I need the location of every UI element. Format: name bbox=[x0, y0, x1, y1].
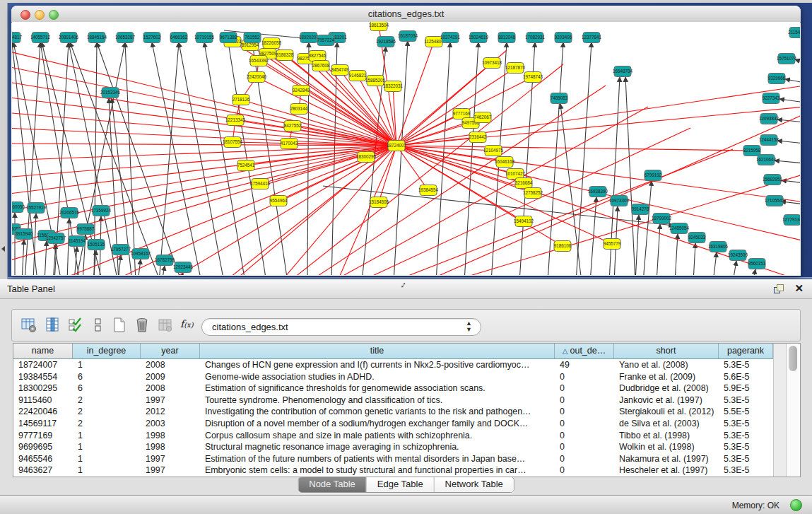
cell-in_degree[interactable]: 6 bbox=[73, 371, 141, 383]
graph-node[interactable]: 12923446 bbox=[173, 262, 194, 273]
graph-node[interactable]: 18920207 bbox=[299, 33, 319, 43]
graph-node[interactable]: 18300295 bbox=[356, 152, 377, 163]
graph-node[interactable]: 16046168 bbox=[495, 157, 515, 168]
cell-year[interactable]: 1997 bbox=[141, 465, 200, 477]
graph-node[interactable]: 9671388 bbox=[220, 33, 237, 43]
graph-node[interactable]: 10719155 bbox=[194, 33, 215, 43]
graph-node[interactable]: 16319806 bbox=[708, 242, 729, 252]
cell-short[interactable]: Hescheler et al. (1997) bbox=[614, 465, 719, 477]
graph-node[interactable]: 9914278 bbox=[632, 204, 649, 215]
column-header-title[interactable]: title bbox=[200, 344, 555, 358]
graph-node[interactable]: 12213343 bbox=[225, 115, 246, 126]
graph-node[interactable]: 15024619 bbox=[469, 33, 489, 43]
cell-name[interactable]: 19384554 bbox=[13, 371, 73, 383]
cell-in_degree[interactable]: 2 bbox=[73, 418, 141, 430]
graph-node[interactable]: 7462067 bbox=[474, 112, 492, 123]
select-columns-icon[interactable] bbox=[67, 317, 84, 334]
table-row[interactable]: 946362711997Embryonic stem cells: a mode… bbox=[13, 465, 773, 477]
cell-name[interactable]: 9777169 bbox=[13, 430, 73, 442]
tab-node-table[interactable]: Node Table bbox=[298, 477, 367, 492]
graph-node[interactable]: 16938390 bbox=[588, 187, 608, 197]
delete-table-icon[interactable] bbox=[134, 317, 151, 334]
graph-node[interactable]: 17082931 bbox=[525, 33, 546, 43]
cell-year[interactable]: 2008 bbox=[141, 382, 200, 395]
graph-node[interactable]: 3915940 bbox=[16, 229, 33, 240]
cell-pagerank[interactable]: 5.3E-5 bbox=[719, 441, 773, 453]
cell-title[interactable]: Embryonic stem cells: a model to study s… bbox=[200, 465, 555, 477]
cell-in_degree[interactable]: 2 bbox=[73, 406, 141, 418]
graph-node[interactable]: 17359924 bbox=[91, 206, 112, 216]
cell-in_degree[interactable]: 2 bbox=[73, 395, 141, 407]
cell-title[interactable]: Corpus callosum shape and size in male p… bbox=[200, 430, 555, 442]
graph-node[interactable]: 21154016 bbox=[788, 28, 800, 38]
cell-title[interactable]: Changes of HCN gene expression and I(f) … bbox=[200, 359, 555, 371]
network-canvas[interactable]: 1872400798601238912954182260589827509818… bbox=[12, 22, 800, 275]
cell-title[interactable]: Investigating the contribution of common… bbox=[200, 406, 555, 418]
graph-node[interactable]: 6466162 bbox=[170, 33, 188, 43]
column-header-short[interactable]: short bbox=[614, 344, 719, 358]
cell-in_degree[interactable]: 1 bbox=[73, 453, 141, 465]
cell-title[interactable]: Estimation of significance thresholds fo… bbox=[200, 382, 555, 395]
graph-node[interactable]: 4170043 bbox=[281, 139, 298, 149]
table-row[interactable]: 977716911998Corpus callosum shape and si… bbox=[13, 430, 773, 442]
graph-node[interactable]: 18845164 bbox=[87, 33, 107, 43]
cell-pagerank[interactable]: 5.3E-5 bbox=[719, 359, 773, 371]
graph-node[interactable]: 16187034 bbox=[398, 31, 418, 42]
cell-in_degree[interactable]: 1 bbox=[73, 465, 141, 477]
cell-out_de[interactable]: 0 bbox=[555, 465, 614, 477]
graph-node[interactable]: 1527602 bbox=[143, 33, 161, 43]
graph-node[interactable]: 9227343 bbox=[763, 93, 780, 104]
cell-year[interactable]: 1997 bbox=[141, 453, 200, 465]
graph-node[interactable]: 12485054 bbox=[669, 223, 690, 234]
graph-node[interactable]: 15494102 bbox=[514, 216, 534, 227]
table-columns-icon[interactable] bbox=[45, 317, 61, 334]
cell-short[interactable]: Yano et al. (2008) bbox=[614, 359, 719, 371]
cell-short[interactable]: Stergiakouli et al. (2012) bbox=[614, 406, 719, 418]
graph-node[interactable]: 9455779 bbox=[604, 239, 621, 250]
cell-pagerank[interactable]: 5.3E-5 bbox=[719, 465, 773, 477]
tab-edge-table[interactable]: Edge Table bbox=[367, 477, 435, 492]
graph-node[interactable]: 16543392 bbox=[249, 56, 269, 66]
cell-pagerank[interactable]: 5.3E-5 bbox=[719, 395, 773, 407]
graph-node[interactable]: 2867608 bbox=[312, 61, 330, 71]
graph-node[interactable]: 9242848 bbox=[293, 86, 310, 96]
graph-node[interactable]: 1145194 bbox=[69, 236, 86, 247]
graph-node[interactable]: 15692951 bbox=[763, 175, 783, 185]
graph-node[interactable]: 761552 bbox=[244, 33, 261, 43]
cell-out_de[interactable]: 0 bbox=[555, 430, 614, 442]
graph-node[interactable]: 18799002 bbox=[652, 214, 672, 224]
graph-node[interactable]: 12093832 bbox=[759, 114, 779, 124]
cell-in_degree[interactable]: 1 bbox=[73, 430, 141, 442]
cell-short[interactable]: Nakamura et al. (1997) bbox=[614, 453, 719, 465]
cell-name[interactable]: 18724007 bbox=[13, 359, 73, 371]
column-header-pagerank[interactable]: pagerank bbox=[719, 344, 773, 358]
cell-pagerank[interactable]: 5.9E-5 bbox=[719, 382, 773, 395]
cell-pagerank[interactable]: 5.3E-5 bbox=[719, 418, 773, 430]
graph-node[interactable]: 7485083 bbox=[551, 93, 568, 104]
cell-short[interactable]: Wolkin et al. (1998) bbox=[614, 441, 719, 453]
cell-pagerank[interactable]: 5.6E-5 bbox=[719, 371, 773, 383]
cell-out_de[interactable]: 0 bbox=[555, 418, 614, 430]
cell-out_de[interactable]: 0 bbox=[555, 441, 614, 453]
graph-node[interactable]: 8427552 bbox=[284, 121, 302, 132]
cell-out_de[interactable]: 0 bbox=[555, 453, 614, 465]
cell-pagerank[interactable]: 5.3E-5 bbox=[719, 430, 773, 442]
cell-name[interactable]: 9115460 bbox=[13, 395, 73, 407]
graph-node[interactable]: 2718126 bbox=[233, 95, 250, 105]
graph-node[interactable]: 19243509 bbox=[728, 250, 748, 261]
graph-node[interactable]: 15527919 bbox=[26, 203, 47, 214]
cell-name[interactable]: 22420046 bbox=[13, 406, 73, 418]
close-panel-icon[interactable]: ✕ bbox=[794, 282, 804, 295]
collapsed-panel-arrow-icon[interactable] bbox=[1, 246, 5, 252]
tab-network-table[interactable]: Network Table bbox=[435, 477, 514, 492]
table-row[interactable]: 1872400712008Changes of HCN gene express… bbox=[13, 359, 773, 371]
column-header-out_de[interactable]: △out_de… bbox=[555, 344, 614, 358]
cell-title[interactable]: Estimation of the future numbers of pati… bbox=[200, 453, 555, 465]
function-builder-icon[interactable]: f(x) bbox=[180, 318, 197, 335]
cell-short[interactable]: de Silva et al. (2003) bbox=[614, 418, 719, 430]
graph-node[interactable]: 16624817 bbox=[12, 33, 22, 43]
graph-node[interactable]: 10973309 bbox=[609, 196, 630, 206]
column-header-in_degree[interactable]: in_degree bbox=[73, 344, 141, 358]
graph-node[interactable]: 22420046 bbox=[247, 72, 267, 83]
cell-year[interactable]: 2003 bbox=[141, 418, 200, 430]
